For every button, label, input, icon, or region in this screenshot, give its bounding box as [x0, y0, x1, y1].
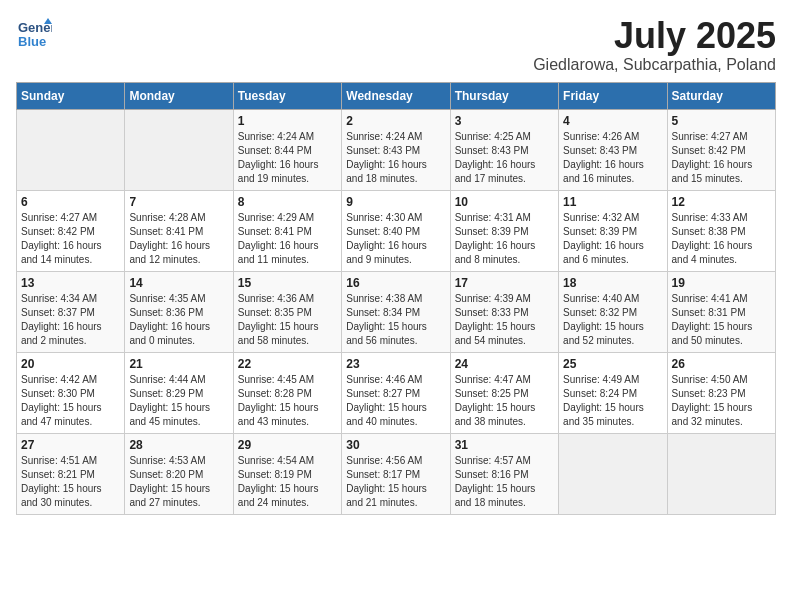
day-number: 18 [563, 276, 662, 290]
day-number: 7 [129, 195, 228, 209]
day-number: 22 [238, 357, 337, 371]
calendar-day-cell: 12Sunrise: 4:33 AM Sunset: 8:38 PM Dayli… [667, 190, 775, 271]
calendar-day-cell [559, 433, 667, 514]
day-number: 8 [238, 195, 337, 209]
logo: General Blue [16, 16, 56, 52]
calendar-day-cell: 3Sunrise: 4:25 AM Sunset: 8:43 PM Daylig… [450, 109, 558, 190]
day-number: 14 [129, 276, 228, 290]
day-detail: Sunrise: 4:31 AM Sunset: 8:39 PM Dayligh… [455, 211, 554, 267]
day-detail: Sunrise: 4:24 AM Sunset: 8:43 PM Dayligh… [346, 130, 445, 186]
title-area: July 2025 Giedlarowa, Subcarpathia, Pola… [533, 16, 776, 74]
calendar-day-cell: 6Sunrise: 4:27 AM Sunset: 8:42 PM Daylig… [17, 190, 125, 271]
calendar-body: 1Sunrise: 4:24 AM Sunset: 8:44 PM Daylig… [17, 109, 776, 514]
day-detail: Sunrise: 4:56 AM Sunset: 8:17 PM Dayligh… [346, 454, 445, 510]
day-detail: Sunrise: 4:42 AM Sunset: 8:30 PM Dayligh… [21, 373, 120, 429]
calendar-day-cell: 19Sunrise: 4:41 AM Sunset: 8:31 PM Dayli… [667, 271, 775, 352]
day-detail: Sunrise: 4:45 AM Sunset: 8:28 PM Dayligh… [238, 373, 337, 429]
calendar-week-row: 1Sunrise: 4:24 AM Sunset: 8:44 PM Daylig… [17, 109, 776, 190]
calendar-day-cell: 29Sunrise: 4:54 AM Sunset: 8:19 PM Dayli… [233, 433, 341, 514]
calendar-day-cell: 31Sunrise: 4:57 AM Sunset: 8:16 PM Dayli… [450, 433, 558, 514]
calendar-day-cell: 15Sunrise: 4:36 AM Sunset: 8:35 PM Dayli… [233, 271, 341, 352]
calendar-day-cell: 13Sunrise: 4:34 AM Sunset: 8:37 PM Dayli… [17, 271, 125, 352]
day-detail: Sunrise: 4:40 AM Sunset: 8:32 PM Dayligh… [563, 292, 662, 348]
calendar-day-cell: 14Sunrise: 4:35 AM Sunset: 8:36 PM Dayli… [125, 271, 233, 352]
day-number: 30 [346, 438, 445, 452]
day-number: 3 [455, 114, 554, 128]
calendar-day-cell: 5Sunrise: 4:27 AM Sunset: 8:42 PM Daylig… [667, 109, 775, 190]
day-number: 23 [346, 357, 445, 371]
day-detail: Sunrise: 4:47 AM Sunset: 8:25 PM Dayligh… [455, 373, 554, 429]
day-detail: Sunrise: 4:57 AM Sunset: 8:16 PM Dayligh… [455, 454, 554, 510]
month-title: July 2025 [533, 16, 776, 56]
day-number: 9 [346, 195, 445, 209]
calendar-day-cell: 1Sunrise: 4:24 AM Sunset: 8:44 PM Daylig… [233, 109, 341, 190]
calendar-day-cell: 11Sunrise: 4:32 AM Sunset: 8:39 PM Dayli… [559, 190, 667, 271]
day-detail: Sunrise: 4:54 AM Sunset: 8:19 PM Dayligh… [238, 454, 337, 510]
day-detail: Sunrise: 4:38 AM Sunset: 8:34 PM Dayligh… [346, 292, 445, 348]
day-number: 20 [21, 357, 120, 371]
calendar-day-cell: 23Sunrise: 4:46 AM Sunset: 8:27 PM Dayli… [342, 352, 450, 433]
calendar-day-cell: 8Sunrise: 4:29 AM Sunset: 8:41 PM Daylig… [233, 190, 341, 271]
calendar-day-cell [17, 109, 125, 190]
day-number: 2 [346, 114, 445, 128]
calendar-day-cell: 2Sunrise: 4:24 AM Sunset: 8:43 PM Daylig… [342, 109, 450, 190]
day-number: 24 [455, 357, 554, 371]
weekday-header-cell: Tuesday [233, 82, 341, 109]
day-number: 15 [238, 276, 337, 290]
weekday-header-cell: Friday [559, 82, 667, 109]
calendar-day-cell: 28Sunrise: 4:53 AM Sunset: 8:20 PM Dayli… [125, 433, 233, 514]
day-number: 31 [455, 438, 554, 452]
day-number: 4 [563, 114, 662, 128]
day-number: 5 [672, 114, 771, 128]
day-detail: Sunrise: 4:32 AM Sunset: 8:39 PM Dayligh… [563, 211, 662, 267]
calendar-day-cell: 30Sunrise: 4:56 AM Sunset: 8:17 PM Dayli… [342, 433, 450, 514]
calendar-week-row: 13Sunrise: 4:34 AM Sunset: 8:37 PM Dayli… [17, 271, 776, 352]
day-number: 17 [455, 276, 554, 290]
day-detail: Sunrise: 4:33 AM Sunset: 8:38 PM Dayligh… [672, 211, 771, 267]
calendar-day-cell: 17Sunrise: 4:39 AM Sunset: 8:33 PM Dayli… [450, 271, 558, 352]
calendar-week-row: 27Sunrise: 4:51 AM Sunset: 8:21 PM Dayli… [17, 433, 776, 514]
day-number: 13 [21, 276, 120, 290]
calendar-day-cell [667, 433, 775, 514]
day-detail: Sunrise: 4:24 AM Sunset: 8:44 PM Dayligh… [238, 130, 337, 186]
location-title: Giedlarowa, Subcarpathia, Poland [533, 56, 776, 74]
calendar-day-cell: 18Sunrise: 4:40 AM Sunset: 8:32 PM Dayli… [559, 271, 667, 352]
day-detail: Sunrise: 4:49 AM Sunset: 8:24 PM Dayligh… [563, 373, 662, 429]
calendar-day-cell: 10Sunrise: 4:31 AM Sunset: 8:39 PM Dayli… [450, 190, 558, 271]
day-detail: Sunrise: 4:36 AM Sunset: 8:35 PM Dayligh… [238, 292, 337, 348]
day-number: 6 [21, 195, 120, 209]
day-detail: Sunrise: 4:46 AM Sunset: 8:27 PM Dayligh… [346, 373, 445, 429]
day-detail: Sunrise: 4:41 AM Sunset: 8:31 PM Dayligh… [672, 292, 771, 348]
day-number: 21 [129, 357, 228, 371]
day-detail: Sunrise: 4:53 AM Sunset: 8:20 PM Dayligh… [129, 454, 228, 510]
calendar-day-cell: 4Sunrise: 4:26 AM Sunset: 8:43 PM Daylig… [559, 109, 667, 190]
day-detail: Sunrise: 4:35 AM Sunset: 8:36 PM Dayligh… [129, 292, 228, 348]
weekday-header-cell: Wednesday [342, 82, 450, 109]
calendar-day-cell: 25Sunrise: 4:49 AM Sunset: 8:24 PM Dayli… [559, 352, 667, 433]
day-number: 27 [21, 438, 120, 452]
day-detail: Sunrise: 4:30 AM Sunset: 8:40 PM Dayligh… [346, 211, 445, 267]
calendar-day-cell: 16Sunrise: 4:38 AM Sunset: 8:34 PM Dayli… [342, 271, 450, 352]
day-detail: Sunrise: 4:28 AM Sunset: 8:41 PM Dayligh… [129, 211, 228, 267]
day-detail: Sunrise: 4:34 AM Sunset: 8:37 PM Dayligh… [21, 292, 120, 348]
calendar-week-row: 20Sunrise: 4:42 AM Sunset: 8:30 PM Dayli… [17, 352, 776, 433]
page-header: General Blue July 2025 Giedlarowa, Subca… [16, 16, 776, 74]
calendar-day-cell [125, 109, 233, 190]
day-number: 25 [563, 357, 662, 371]
day-detail: Sunrise: 4:50 AM Sunset: 8:23 PM Dayligh… [672, 373, 771, 429]
day-number: 28 [129, 438, 228, 452]
day-detail: Sunrise: 4:26 AM Sunset: 8:43 PM Dayligh… [563, 130, 662, 186]
calendar-day-cell: 24Sunrise: 4:47 AM Sunset: 8:25 PM Dayli… [450, 352, 558, 433]
day-detail: Sunrise: 4:39 AM Sunset: 8:33 PM Dayligh… [455, 292, 554, 348]
day-number: 16 [346, 276, 445, 290]
day-detail: Sunrise: 4:29 AM Sunset: 8:41 PM Dayligh… [238, 211, 337, 267]
calendar-day-cell: 20Sunrise: 4:42 AM Sunset: 8:30 PM Dayli… [17, 352, 125, 433]
calendar-table: SundayMondayTuesdayWednesdayThursdayFrid… [16, 82, 776, 515]
svg-text:Blue: Blue [18, 34, 46, 49]
day-number: 11 [563, 195, 662, 209]
calendar-day-cell: 27Sunrise: 4:51 AM Sunset: 8:21 PM Dayli… [17, 433, 125, 514]
calendar-day-cell: 22Sunrise: 4:45 AM Sunset: 8:28 PM Dayli… [233, 352, 341, 433]
calendar-day-cell: 9Sunrise: 4:30 AM Sunset: 8:40 PM Daylig… [342, 190, 450, 271]
day-number: 19 [672, 276, 771, 290]
day-detail: Sunrise: 4:27 AM Sunset: 8:42 PM Dayligh… [21, 211, 120, 267]
